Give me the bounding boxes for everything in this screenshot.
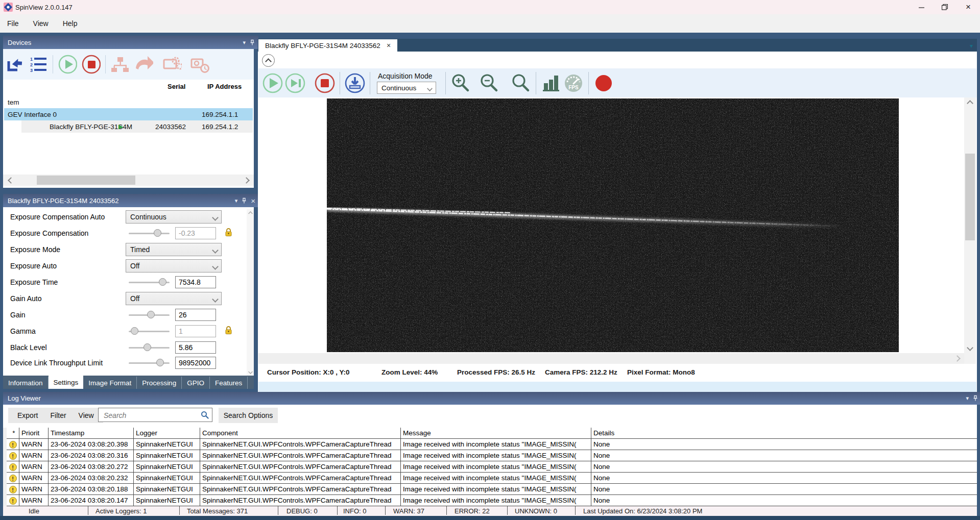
devices-menu-icon[interactable]: ▾: [243, 40, 246, 45]
settings-panel-header: Blackfly BFLY-PGE-31S4M 24033562 ▾ ×: [3, 194, 258, 207]
tab-features[interactable]: Features: [210, 377, 248, 389]
log-col-timestamp[interactable]: Timestamp: [49, 428, 134, 439]
lock-icon: [225, 228, 232, 238]
log-pin-icon[interactable]: [972, 395, 978, 402]
tree-row-system-partial[interactable]: tem: [4, 96, 253, 108]
setting-row-exposure-auto: Exposure Auto Off: [3, 258, 254, 274]
save-image-button[interactable]: [344, 72, 366, 94]
scroll-left-arrow[interactable]: [4, 175, 17, 186]
exposure-compensation-input[interactable]: [175, 227, 216, 239]
log-table: * Priorit Timestamp Logger Component Mes…: [3, 428, 977, 506]
stream-tab[interactable]: Blackfly BFLY-PGE-31S4M 24033562 ×: [258, 39, 397, 52]
devices-hscrollbar[interactable]: [3, 175, 254, 186]
log-menu-icon[interactable]: ▾: [966, 395, 969, 401]
histogram-button[interactable]: [540, 72, 562, 94]
fps-display-button[interactable]: FPS: [562, 72, 585, 94]
settings-close-icon[interactable]: ×: [251, 197, 255, 205]
collapse-toolbar-button[interactable]: [262, 54, 275, 67]
log-col-component[interactable]: Component: [200, 428, 401, 439]
log-col-priority[interactable]: Priorit: [19, 428, 49, 439]
devices-col-serial: Serial: [168, 83, 185, 90]
tree-row-camera[interactable]: Blackfly BFLY-PGE-31S4M ▶ 24033562 169.2…: [4, 120, 253, 133]
gamma-slider[interactable]: [129, 327, 170, 335]
gain-auto-combo[interactable]: Off: [126, 292, 222, 305]
devices-panel-title: Devices: [8, 39, 31, 46]
settings-menu-icon[interactable]: ▾: [235, 198, 238, 204]
menu-view[interactable]: View: [26, 19, 56, 28]
settings-pin-icon[interactable]: [241, 197, 247, 204]
settings-vscrollbar[interactable]: [247, 209, 254, 376]
log-menu-view[interactable]: View: [73, 411, 100, 419]
black-level-slider[interactable]: [129, 343, 170, 352]
tab-image-format[interactable]: Image Format: [83, 377, 137, 389]
warning-icon: !: [7, 450, 19, 461]
tree-row-gev-interface[interactable]: GEV Interface 0 169.254.1.1: [4, 108, 253, 120]
devices-pin-icon[interactable]: [249, 39, 255, 46]
minimize-button[interactable]: [910, 0, 933, 14]
log-menu-filter[interactable]: Filter: [44, 411, 72, 419]
log-col-star[interactable]: *: [7, 428, 19, 439]
image-hscrollbar[interactable]: [258, 353, 964, 364]
start-acquisition-devices-button[interactable]: [58, 55, 77, 74]
setting-row-exposure-compensation-auto: Exposure Compensation Auto Continuous: [3, 209, 254, 225]
scroll-right-arrow[interactable]: [951, 353, 963, 364]
image-viewport[interactable]: [258, 97, 964, 353]
exposure-time-input[interactable]: [175, 276, 216, 288]
search-icon[interactable]: [201, 411, 209, 420]
image-vscroll-thumb[interactable]: [965, 154, 975, 240]
devices-hscroll-thumb[interactable]: [37, 176, 135, 185]
zoom-fit-button[interactable]: [510, 72, 532, 94]
refresh-device-list-button[interactable]: [5, 55, 25, 74]
zoom-in-button[interactable]: [449, 72, 472, 94]
exposure-auto-combo[interactable]: Off: [126, 259, 222, 273]
gain-input[interactable]: [175, 309, 216, 321]
black-level-input[interactable]: [175, 341, 216, 354]
tab-gpio[interactable]: GPIO: [182, 377, 210, 389]
start-single-acquisition-button[interactable]: [284, 72, 306, 94]
tab-information[interactable]: Information: [3, 377, 49, 389]
stop-acquisition-button[interactable]: [314, 72, 336, 94]
search-options-button[interactable]: Search Options: [219, 408, 278, 423]
last-updated: Last Updated On: 6/23/2024 3:08:20 PM: [583, 506, 702, 516]
stop-acquisition-devices-button[interactable]: [81, 55, 101, 74]
log-menu-export[interactable]: Export: [11, 411, 44, 419]
tab-settings[interactable]: Settings: [49, 376, 84, 389]
tab-list-dropdown-icon[interactable]: ▾: [970, 42, 973, 49]
exposure-compensation-slider[interactable]: [129, 229, 170, 237]
log-col-details[interactable]: Details: [591, 428, 977, 439]
svg-text:1: 1: [30, 57, 33, 62]
menu-file[interactable]: File: [0, 19, 26, 28]
stream-tab-close-icon[interactable]: ×: [387, 41, 391, 49]
record-button[interactable]: [592, 72, 615, 94]
log-col-message[interactable]: Message: [401, 428, 591, 439]
device-link-throughput-slider[interactable]: [129, 359, 170, 367]
maximize-button[interactable]: [933, 0, 957, 14]
scroll-right-arrow[interactable]: [240, 175, 253, 186]
acquisition-mode-combo[interactable]: Continuous: [377, 82, 436, 94]
gamma-input[interactable]: [175, 325, 216, 337]
start-acquisition-button[interactable]: [261, 72, 284, 94]
device-link-throughput-input[interactable]: [175, 357, 216, 369]
devices-col-ip: IP Address: [207, 83, 242, 90]
exposure-time-slider[interactable]: [129, 278, 170, 286]
zoom-out-button[interactable]: [478, 72, 500, 94]
exposure-mode-combo[interactable]: Timed: [126, 243, 222, 256]
gain-slider[interactable]: [129, 311, 170, 319]
chevron-down-icon: [212, 263, 219, 270]
camera-settings-icon: [162, 55, 182, 74]
image-vscrollbar[interactable]: [964, 97, 976, 353]
chevron-down-icon: [212, 247, 219, 254]
log-search-box[interactable]: [98, 408, 212, 422]
tab-processing[interactable]: Processing: [137, 377, 182, 389]
exposure-compensation-auto-combo[interactable]: Continuous: [126, 210, 222, 224]
close-window-button[interactable]: ×: [957, 0, 980, 14]
scroll-down-arrow[interactable]: [964, 342, 976, 353]
log-toolbar: Export Filter View Search Options: [3, 405, 977, 426]
log-col-logger[interactable]: Logger: [134, 428, 200, 439]
log-search-input[interactable]: [103, 410, 197, 421]
scroll-up-arrow[interactable]: [964, 97, 976, 109]
log-menu-group: Export Filter View: [8, 408, 103, 423]
stream-tab-title: Blackfly BFLY-PGE-31S4M 24033562: [265, 42, 380, 49]
device-list-view-button[interactable]: 123: [29, 55, 48, 74]
menu-help[interactable]: Help: [56, 19, 85, 28]
